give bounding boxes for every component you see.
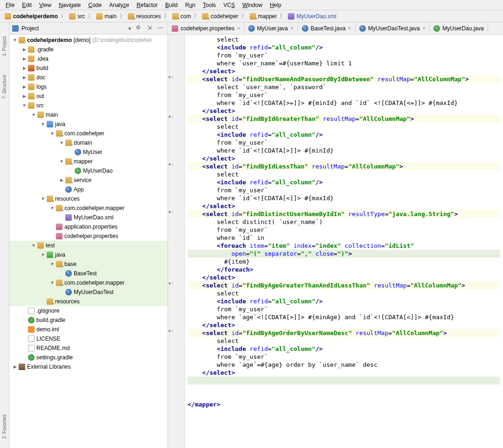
tree-root[interactable]: ▼codehelperdemo [demo](D:\code\github\co… [9, 35, 168, 45]
crumb-main[interactable]: main [94, 12, 119, 21]
menu-tools[interactable]: Tools [199, 1, 220, 9]
marker-icon[interactable]: ●↓ [168, 209, 174, 214]
tree-item[interactable]: ▼base [9, 259, 168, 269]
close-icon[interactable]: × [290, 25, 294, 32]
tree-item[interactable]: ▼java [9, 119, 168, 129]
class-icon [65, 289, 72, 295]
tree-item[interactable]: ▶build [9, 63, 168, 73]
tree-item[interactable]: settings.gradle [9, 353, 168, 362]
properties-icon [56, 224, 63, 230]
crumb-codehelper[interactable]: codehelper [200, 12, 240, 21]
folder-icon [28, 93, 35, 99]
tree-item[interactable]: build.gradle [9, 315, 168, 325]
tree-item[interactable]: ▼mapper [9, 157, 168, 166]
menu-run[interactable]: Run [182, 1, 199, 9]
folder-icon [47, 252, 53, 258]
menu-navigate[interactable]: Navigate [55, 1, 84, 9]
tree-item[interactable]: ▼com.codehelper [9, 129, 168, 138]
marker-icon[interactable]: ●↓ [168, 328, 174, 333]
menu-refactor[interactable]: Refactor [133, 1, 161, 9]
close-icon[interactable]: × [422, 25, 426, 32]
class-icon [65, 270, 72, 277]
menubar: FFileile Edit View Navigate Code Analyze… [0, 0, 503, 10]
jetbrains-icon [28, 326, 35, 333]
folder-icon [19, 37, 25, 43]
tree-item[interactable]: demo.iml [9, 325, 168, 334]
tree-item[interactable]: ▶.gradle [9, 45, 168, 54]
tree-item[interactable]: ▼src [9, 101, 168, 110]
gradle-icon [28, 317, 35, 323]
tree-item[interactable]: codehelper.properties [9, 231, 168, 241]
tree-item[interactable]: BaseTest [9, 269, 168, 278]
crumb-resources[interactable]: resources [126, 12, 163, 21]
close-icon[interactable]: × [348, 25, 351, 32]
tab-myuser-java[interactable]: MyUser.java× [245, 22, 298, 34]
tree-item[interactable]: ▼test [9, 241, 168, 250]
tree-item[interactable]: ▼resources [9, 194, 168, 203]
tree-item[interactable]: application.properties [9, 222, 168, 231]
code-editor[interactable]: select <include refid="all_column"/> fro… [185, 35, 503, 448]
crumb-com[interactable]: com [170, 12, 193, 21]
tree-item[interactable]: App [9, 185, 168, 194]
collapse-button[interactable]: ⇲ [145, 24, 154, 33]
tool-favorites[interactable]: 2: Favorites [2, 414, 7, 439]
tree-item[interactable]: ▼main [9, 110, 168, 119]
tool-structure[interactable]: 7: Structure [2, 75, 7, 99]
tab-basetest-java[interactable]: BaseTest.java× [298, 22, 356, 34]
tab-myuserdaotest-java[interactable]: MyUserDaoTest.java× [356, 22, 430, 34]
tool-project[interactable]: 1: Project [2, 36, 7, 56]
folder-icon [37, 112, 44, 118]
tree-item[interactable]: ▼com.codehelper.mapper [9, 203, 168, 213]
crumb-file[interactable]: MyUserDao.xml [286, 12, 338, 21]
tree-item[interactable]: ▶out [9, 91, 168, 101]
crumb-src[interactable]: src [67, 12, 87, 21]
tree-item[interactable]: ▶service [9, 175, 168, 185]
marker-icon[interactable]: ●↓ [168, 74, 174, 79]
tree-item[interactable]: MyUser [9, 147, 168, 157]
file-icon [28, 308, 35, 314]
class-icon [359, 25, 366, 32]
package-icon [56, 261, 63, 267]
project-tree[interactable]: ▼codehelperdemo [demo](D:\code\github\co… [9, 35, 168, 448]
tree-item[interactable]: LICENSE [9, 334, 168, 343]
properties-icon [172, 25, 178, 32]
tree-item[interactable]: ▶doc [9, 73, 168, 82]
tree-item[interactable]: MyUserDaoTest [9, 287, 168, 297]
marker-icon[interactable]: ●↓ [168, 161, 174, 167]
tree-item[interactable]: MyUserDao [9, 166, 168, 175]
class-icon [248, 25, 255, 32]
hide-button[interactable]: — [156, 24, 165, 33]
gear-icon[interactable]: ⚙ [134, 24, 142, 33]
close-icon[interactable]: × [237, 25, 240, 32]
editor-panel: codehelper.properties× MyUser.java× Base… [168, 22, 503, 448]
tree-item[interactable]: ▼com.codehelper.mapper [9, 278, 168, 287]
tree-item[interactable]: ▶logs [9, 82, 168, 91]
menu-code[interactable]: Code [84, 1, 105, 9]
sidebar-title[interactable]: Project [21, 25, 126, 32]
tree-item[interactable]: ▼domain [9, 138, 168, 147]
folder-icon [172, 13, 179, 20]
crumb-mapper[interactable]: mapper [248, 12, 279, 21]
tab-myuserdao-java[interactable]: MyUserDao.java [430, 22, 488, 34]
menu-help[interactable]: Help [266, 1, 285, 9]
menu-build[interactable]: Build [161, 1, 182, 9]
tree-item[interactable]: .gitignore [9, 306, 168, 315]
marker-icon[interactable]: ●↓ [168, 280, 174, 286]
folder-icon [28, 74, 35, 81]
tree-external-libraries[interactable]: ▶External Libraries [9, 362, 168, 371]
marker-icon[interactable]: ●↓ [168, 114, 174, 119]
tree-item[interactable]: MyUserDao.xml [9, 213, 168, 222]
tree-item[interactable]: README.md [9, 343, 168, 353]
crumb-root[interactable]: codehelperdemo [3, 12, 60, 21]
menu-file[interactable]: FFileile [2, 1, 18, 9]
menu-edit[interactable]: Edit [18, 1, 35, 9]
menu-vcs[interactable]: VCS [220, 1, 239, 9]
tree-item[interactable]: ▶.idea [9, 54, 168, 63]
tree-item[interactable]: ▼java [9, 250, 168, 259]
tree-item[interactable]: resources [9, 297, 168, 306]
folder-icon [28, 56, 35, 62]
menu-analyze[interactable]: Analyze [105, 1, 133, 9]
tab-codehelper-properties[interactable]: codehelper.properties× [168, 22, 245, 34]
menu-view[interactable]: View [35, 1, 55, 9]
menu-window[interactable]: Window [238, 1, 266, 9]
